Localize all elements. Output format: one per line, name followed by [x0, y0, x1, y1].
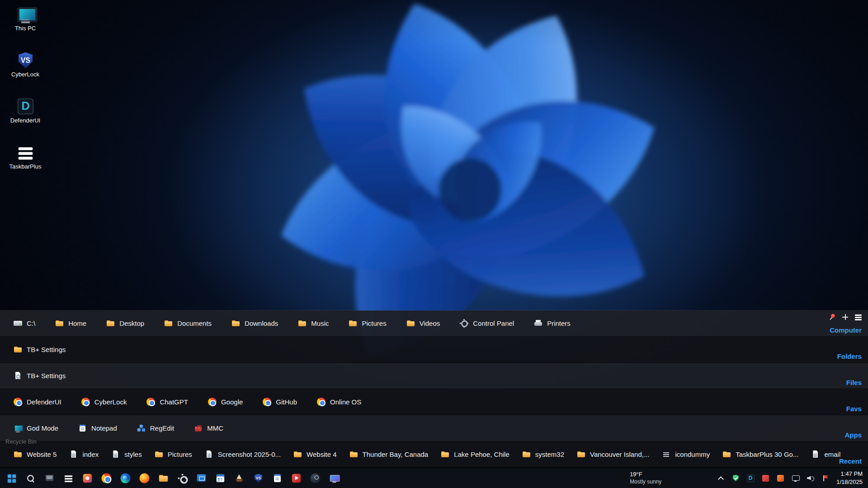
panel-item-defenderui[interactable]: DefenderUI — [14, 398, 61, 406]
panel-item-styles[interactable]: styles — [111, 450, 142, 459]
panel-item-label: DefenderUI — [27, 398, 61, 406]
panel-row-favs: DefenderUICyberLockChatGPTGoogleGitHubOn… — [0, 389, 868, 415]
panel-section-favs[interactable]: Favs — [846, 405, 862, 413]
taskbar-media-button[interactable] — [290, 472, 302, 484]
panel-item-c[interactable]: C:\ — [14, 319, 35, 328]
panel-row-items: DefenderUICyberLockChatGPTGoogleGitHubOn… — [0, 398, 868, 406]
panel-item-thunder-bay-canada[interactable]: Thunder Bay, Canada — [349, 450, 429, 459]
panel-item-downloads[interactable]: Downloads — [231, 319, 278, 328]
monitor-icon — [16, 5, 34, 23]
menu-icon — [854, 313, 863, 321]
taskbar-task-view-button[interactable] — [43, 472, 56, 484]
panel-row-items: Website 5indexstylesPicturesScreenshot 2… — [0, 450, 868, 459]
panel-item-music[interactable]: Music — [298, 319, 329, 328]
tray-red-app-button[interactable] — [760, 473, 770, 483]
panel-item-cyberlock[interactable]: CyberLock — [81, 398, 127, 406]
panel-item-label: Videos — [420, 319, 440, 327]
tray-shield-green-button[interactable] — [731, 473, 741, 483]
panel-item-index[interactable]: index — [69, 450, 99, 459]
menu-button[interactable] — [854, 313, 863, 321]
panel-item-mmc[interactable]: MMC — [194, 424, 223, 432]
chrome-icon — [81, 398, 90, 406]
taskbar-outlook-button[interactable] — [195, 472, 208, 484]
taskbar-app-colorful-button[interactable] — [81, 472, 94, 484]
drive-icon — [14, 319, 22, 328]
panel-item-website-4[interactable]: Website 4 — [293, 450, 336, 459]
taskbar-display-button[interactable] — [328, 472, 340, 484]
panel-item-home[interactable]: Home — [55, 319, 86, 328]
panel-row-recent: Website 5indexstylesPicturesScreenshot 2… — [0, 441, 868, 468]
panel-item-desktop[interactable]: Desktop — [106, 319, 144, 328]
folder-icon — [155, 450, 163, 459]
tray-monitor-tray-button[interactable] — [790, 473, 800, 483]
recycle-bin-label[interactable]: Recycle Bin — [5, 438, 37, 445]
tray-chevron-up-button[interactable] — [716, 473, 726, 483]
panel-item-vancouver-island[interactable]: Vancouver Island,... — [577, 450, 649, 459]
tray-volume-button[interactable] — [805, 473, 815, 483]
panel-item-label: Desktop — [119, 319, 144, 327]
desktop-icon-defenderui[interactable]: DefenderUI — [4, 96, 47, 124]
taskbar-shield-vs-button[interactable] — [252, 472, 264, 484]
panel-item-documents[interactable]: Documents — [164, 319, 212, 328]
panel-item-label: email — [824, 450, 840, 458]
panel-item-label: Lake Pehoe, Chile — [454, 450, 509, 458]
panel-item-tb-settings[interactable]: TB+ Settings — [14, 371, 66, 380]
desktop-icon-label: CyberLock — [11, 71, 39, 78]
taskbar-firefox-button[interactable] — [138, 472, 151, 484]
taskbar-chrome-button[interactable] — [100, 472, 113, 484]
taskbar-start-button[interactable] — [5, 472, 18, 484]
panel-item-pictures[interactable]: Pictures — [349, 319, 386, 328]
panel-item-pictures[interactable]: Pictures — [155, 450, 192, 459]
outlook-icon — [197, 473, 207, 483]
taskbar-folder-button[interactable] — [157, 472, 170, 484]
panel-section-recent[interactable]: Recent — [839, 457, 862, 465]
panel-section-folders[interactable]: Folders — [837, 352, 862, 360]
panel-item-screenshot-2025-0[interactable]: Screenshot 2025-0... — [205, 450, 281, 459]
panel-rows: C:\HomeDesktopDocumentsDownloadsMusicPic… — [0, 310, 868, 468]
panel-item-label: Notepad — [91, 424, 117, 432]
tray-flag-button[interactable] — [820, 473, 830, 483]
desktop-icon-cyberlock[interactable]: CyberLock — [4, 50, 47, 78]
panel-section-computer[interactable]: Computer — [830, 326, 862, 334]
clock[interactable]: 1:47 PM 1/18/2025 — [836, 470, 863, 486]
panel-item-control-panel[interactable]: Control Panel — [460, 319, 514, 328]
desktop-icon-this-pc[interactable]: This PC — [4, 4, 47, 32]
taskbar-steam-button[interactable] — [309, 472, 321, 484]
panel-item-regedit[interactable]: RegEdit — [137, 424, 174, 432]
panel-item-printers[interactable]: Printers — [534, 319, 571, 328]
tray-defender-d-button[interactable] — [745, 473, 755, 483]
shield-vs-icon — [16, 52, 34, 70]
system-tray — [716, 473, 830, 483]
panel-item-google[interactable]: Google — [208, 398, 243, 406]
panel-item-chatgpt[interactable]: ChatGPT — [146, 398, 188, 406]
panel-item-online-os[interactable]: Online OS — [317, 398, 361, 406]
taskbar-search-button[interactable] — [24, 472, 37, 484]
add-button[interactable] — [841, 313, 849, 321]
panel-item-icondummy[interactable]: icondummy — [662, 450, 710, 459]
panel-section-files[interactable]: Files — [846, 379, 862, 386]
folder-icon — [14, 345, 22, 354]
panel-item-god-mode[interactable]: God Mode — [14, 424, 58, 432]
pin-button[interactable] — [828, 313, 836, 321]
panel-item-label: RegEdit — [150, 424, 174, 432]
desktop-icon-taskbarplus[interactable]: TaskbarPlus — [4, 142, 47, 170]
taskbar-notepad-button[interactable] — [271, 472, 283, 484]
panel-item-email[interactable]: email — [811, 450, 840, 459]
panel-section-apps[interactable]: Apps — [845, 431, 862, 439]
taskbar-settings-button[interactable] — [176, 472, 189, 484]
panel-item-github[interactable]: GitHub — [263, 398, 297, 406]
panel-item-taskbarplus-30-go[interactable]: TaskbarPlus 30 Go... — [722, 450, 798, 459]
taskbar-ship-button[interactable] — [233, 472, 245, 484]
taskbar-hamburger-button[interactable] — [62, 472, 75, 484]
panel-item-system32[interactable]: system32 — [522, 450, 564, 459]
panel-item-tb-settings[interactable]: TB+ Settings — [14, 345, 66, 354]
weather-widget[interactable]: 19°F Mostly sunny — [630, 471, 661, 485]
tray-security-app-button[interactable] — [775, 473, 785, 483]
panel-item-notepad[interactable]: Notepad — [78, 424, 117, 432]
panel-item-lake-pehoe-chile[interactable]: Lake Pehoe, Chile — [441, 450, 509, 459]
panel-item-website-5[interactable]: Website 5 — [14, 450, 57, 459]
taskbar-calendar-button[interactable] — [214, 472, 226, 484]
panel-item-videos[interactable]: Videos — [406, 319, 440, 328]
panel-tools — [828, 313, 863, 321]
taskbar-edge-button[interactable] — [119, 472, 132, 484]
